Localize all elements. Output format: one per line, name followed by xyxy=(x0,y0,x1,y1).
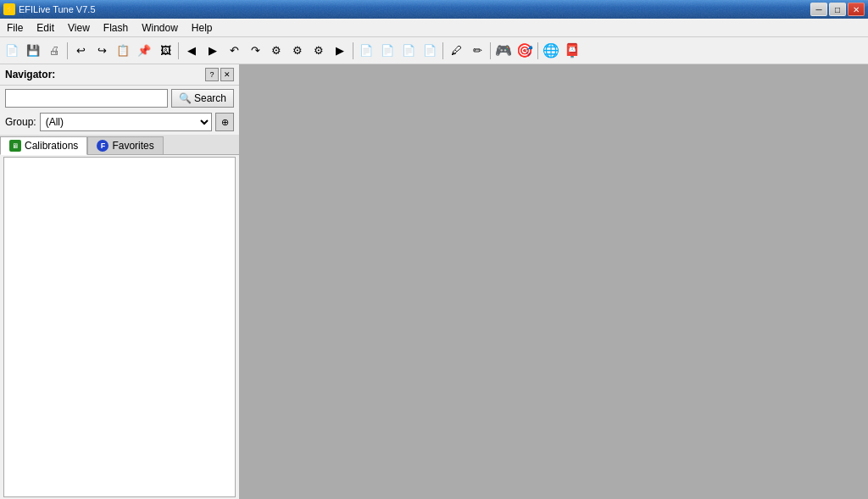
navigator-list xyxy=(3,157,236,497)
toolbar-new[interactable]: 📄 xyxy=(2,41,22,61)
navigator-title: Navigator: xyxy=(5,69,55,80)
navigator-header: Navigator: ? ✕ xyxy=(0,64,239,86)
restore-button[interactable]: □ xyxy=(829,3,846,16)
toolbar-sep-6 xyxy=(537,42,538,59)
toolbar: 📄 💾 🖨 ↩ ↪ 📋 📌 🖼 ◀ ▶ ↶ ↷ ⚙ ⚙ ⚙ ▶ 📄 📄 📄 📄 … xyxy=(0,37,868,64)
group-select[interactable]: (All) xyxy=(40,113,212,131)
title-bar: ⚡ EFILive Tune V7.5 ─ □ ✕ xyxy=(0,0,868,19)
menu-bar: File Edit View Flash Window Help xyxy=(0,19,868,37)
toolbar-play[interactable]: ▶ xyxy=(330,41,350,61)
main-area: Navigator: ? ✕ 🔍 Search Group: (All) ⊕ xyxy=(0,64,868,499)
tab-favorites[interactable]: F Favorites xyxy=(87,136,163,154)
toolbar-back[interactable]: ◀ xyxy=(181,41,202,61)
search-label: Search xyxy=(194,92,226,104)
toolbar-sep-3 xyxy=(353,42,353,59)
toolbar-save[interactable]: 💾 xyxy=(23,41,43,61)
toolbar-config3[interactable]: ⚙ xyxy=(309,41,329,61)
toolbar-doc4[interactable]: 📄 xyxy=(420,41,440,61)
toolbar-redo[interactable]: ↷ xyxy=(245,41,265,61)
toolbar-sep-1 xyxy=(67,42,68,59)
navigator-header-buttons: ? ✕ xyxy=(205,68,234,81)
search-button[interactable]: 🔍 Search xyxy=(171,89,234,108)
toolbar-config1[interactable]: ⚙ xyxy=(266,41,287,61)
toolbar-image[interactable]: 🖼 xyxy=(155,41,175,61)
app-icon: ⚡ xyxy=(3,3,15,15)
toolbar-doc3[interactable]: 📄 xyxy=(398,41,419,61)
calibrations-tab-label: Calibrations xyxy=(25,140,78,152)
toolbar-paste[interactable]: 📋 xyxy=(113,41,133,61)
toolbar-config2[interactable]: ⚙ xyxy=(287,41,308,61)
menu-help[interactable]: Help xyxy=(185,19,220,36)
close-button[interactable]: ✕ xyxy=(848,3,865,16)
minimize-button[interactable]: ─ xyxy=(810,3,827,16)
favorites-tab-icon: F xyxy=(97,140,108,152)
favorites-tab-label: Favorites xyxy=(112,140,153,152)
navigator-help-button[interactable]: ? xyxy=(205,68,219,81)
toolbar-mail[interactable]: 📮 xyxy=(562,41,582,61)
toolbar-undo[interactable]: ↶ xyxy=(224,41,244,61)
navigator-panel: Navigator: ? ✕ 🔍 Search Group: (All) ⊕ xyxy=(0,64,240,499)
toolbar-edit1[interactable]: 🖊 xyxy=(446,41,466,61)
toolbar-doc2[interactable]: 📄 xyxy=(377,41,398,61)
navigator-close-button[interactable]: ✕ xyxy=(220,68,234,81)
toolbar-forward[interactable]: ▶ xyxy=(203,41,223,61)
group-add-icon: ⊕ xyxy=(221,117,229,128)
content-area xyxy=(240,64,868,499)
toolbar-doc1[interactable]: 📄 xyxy=(356,41,376,61)
toolbar-sep-5 xyxy=(490,42,491,59)
toolbar-edit2[interactable]: ✏ xyxy=(467,41,487,61)
tabs: 🖥 Calibrations F Favorites xyxy=(0,135,239,155)
menu-flash[interactable]: Flash xyxy=(97,19,135,36)
toolbar-copy-right[interactable]: ↪ xyxy=(92,41,112,61)
title-buttons: ─ □ ✕ xyxy=(810,3,865,16)
title-left: ⚡ EFILive Tune V7.5 xyxy=(3,3,96,15)
search-icon: 🔍 xyxy=(179,92,192,104)
tab-calibrations[interactable]: 🖥 Calibrations xyxy=(0,136,87,155)
toolbar-sep-4 xyxy=(442,42,443,59)
toolbar-print[interactable]: 🖨 xyxy=(44,41,64,61)
group-label: Group: xyxy=(5,116,36,128)
menu-view[interactable]: View xyxy=(61,19,97,36)
menu-window[interactable]: Window xyxy=(135,19,185,36)
search-input[interactable] xyxy=(5,89,168,108)
toolbar-pin[interactable]: 📌 xyxy=(134,41,154,61)
toolbar-web[interactable]: 🌐 xyxy=(541,41,561,61)
toolbar-sep-2 xyxy=(178,42,179,59)
toolbar-copy-left[interactable]: ↩ xyxy=(70,41,91,61)
title-text: EFILive Tune V7.5 xyxy=(19,4,96,14)
menu-file[interactable]: File xyxy=(0,19,30,36)
group-row: Group: (All) ⊕ xyxy=(0,111,239,135)
toolbar-device2[interactable]: 🎯 xyxy=(515,41,535,61)
search-row: 🔍 Search xyxy=(0,86,239,111)
group-add-button[interactable]: ⊕ xyxy=(215,113,234,131)
calibrations-tab-icon: 🖥 xyxy=(9,140,21,152)
toolbar-device1[interactable]: 🎮 xyxy=(493,41,514,61)
menu-edit[interactable]: Edit xyxy=(30,19,61,36)
